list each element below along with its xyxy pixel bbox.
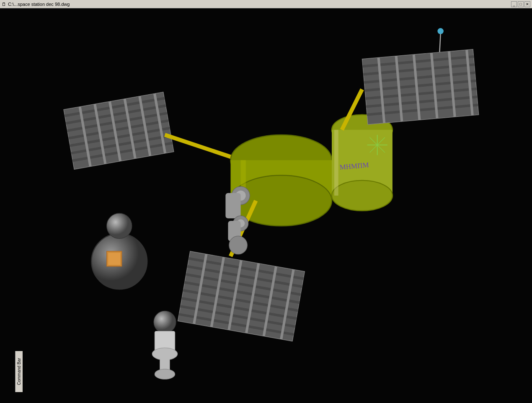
main-module xyxy=(230,135,332,226)
svg-point-63 xyxy=(107,213,132,238)
robotic-arm xyxy=(91,213,147,289)
drawing-wrapper: 🗒 C:\...space station dec 98.dwg _ □ ✕ xyxy=(15,50,412,350)
solar-panel-left-top xyxy=(64,92,174,170)
center-and-right: 🗒 C:\...space station dec 98.dwg _ □ ✕ xyxy=(15,50,532,403)
junction-cross xyxy=(367,135,387,155)
svg-rect-65 xyxy=(108,253,120,265)
svg-point-61 xyxy=(229,236,247,254)
content-area: Design Center ╱ ⌇ ○ ⌒ □ ∿ ⬭ ⬡ A ▤ ✖ ✥ ⎘ … xyxy=(0,50,532,403)
bottom-connector xyxy=(152,311,177,350)
svg-rect-21 xyxy=(334,130,338,196)
command-bar-tab[interactable]: Command Bar xyxy=(15,351,23,392)
viewport-svg: ΜНΜΙΊΜ xyxy=(15,50,412,350)
svg-point-66 xyxy=(154,311,176,333)
app-wrapper: 🔷 ZWCAD 2009 Trial Version - [C:\BtoCAD2… xyxy=(0,0,532,403)
solar-panel-right-bottom xyxy=(178,251,305,341)
svg-point-20 xyxy=(332,181,393,211)
drawing-canvas: ΜНΜΙΊΜ xyxy=(15,50,412,350)
connector-joints xyxy=(225,186,250,254)
svg-rect-57 xyxy=(225,193,240,218)
svg-rect-67 xyxy=(155,331,175,350)
solar-panel-right-top xyxy=(362,50,412,124)
drawing-and-props: 🗒 C:\...space station dec 98.dwg _ □ ✕ xyxy=(15,50,532,350)
